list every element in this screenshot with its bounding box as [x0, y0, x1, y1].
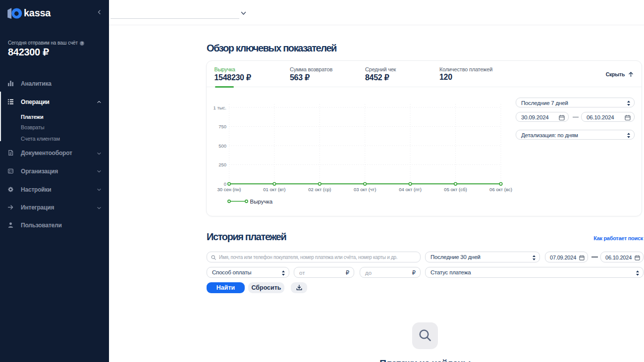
svg-text:750: 750 — [218, 124, 226, 129]
svg-text:Выручка: Выручка — [250, 199, 273, 205]
svg-text:30 сен (пн): 30 сен (пн) — [217, 187, 241, 192]
svg-text:02 окт (ср): 02 окт (ср) — [308, 187, 331, 192]
svg-text:04 окт (пт): 04 окт (пт) — [399, 187, 422, 192]
svg-text:500: 500 — [218, 143, 226, 149]
svg-text:250: 250 — [218, 162, 226, 167]
svg-text:0: 0 — [224, 181, 226, 187]
svg-text:1 тыс.: 1 тыс. — [214, 105, 227, 110]
svg-text:05 окт (сб): 05 окт (сб) — [444, 187, 467, 192]
svg-text:06 окт (вс): 06 окт (вс) — [489, 187, 512, 192]
svg-text:03 окт (чт): 03 окт (чт) — [354, 187, 376, 192]
svg-text:01 окт (вт): 01 окт (вт) — [263, 187, 285, 192]
